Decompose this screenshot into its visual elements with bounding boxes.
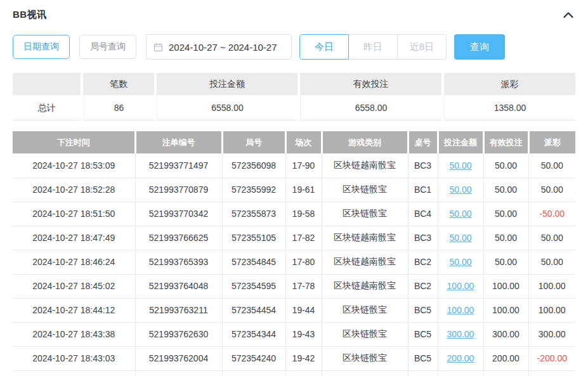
cell-bet-amount	[438, 370, 483, 376]
bet-amount-link[interactable]: 50.00	[449, 185, 471, 195]
cell-bet-amount: 100.00	[438, 274, 483, 298]
summary-table: 笔数 投注金额 有效投注 派彩 总计 86 6558.00 6558.00 13…	[13, 73, 575, 120]
cell-bet-amount: 50.00	[438, 250, 483, 274]
quick-range-last8days[interactable]: 近8日	[397, 34, 447, 60]
cell-payout: 50.00	[528, 153, 575, 178]
cell-bet-amount: 100.00	[438, 298, 483, 322]
table-row: 2024-10-27 18:52:28521993770879572355992…	[13, 178, 575, 202]
cell-bet-id: 521993762630	[135, 322, 222, 346]
filter-bar: 日期查询 局号查询 2024-10-27 ~ 2024-10-27 今日 昨日 …	[13, 34, 575, 60]
cell-round-id	[222, 370, 285, 376]
date-range-picker[interactable]: 2024-10-27 ~ 2024-10-27	[146, 34, 292, 60]
summary-total-row: 总计 86 6558.00 6558.00 1358.00	[13, 95, 575, 120]
cell-game-type: 区块链越南骰宝	[322, 250, 408, 274]
col-header-bet-time: 下注时间	[13, 131, 135, 153]
cell-bet-time: 2024-10-27 18:47:49	[13, 226, 135, 250]
cell-round-id: 572354845	[222, 250, 285, 274]
summary-total-valid-bet: 6558.00	[300, 95, 441, 120]
cell-table-no: BC3	[408, 226, 438, 250]
cell-bet-amount: 50.00	[438, 153, 483, 178]
search-button[interactable]: 查询	[454, 34, 505, 60]
cell-valid-bet: 50.00	[483, 178, 528, 202]
cell-valid-bet: 200.00	[483, 346, 528, 370]
table-row: 2024-10-27 18:43:38521993762630572354344…	[13, 322, 575, 346]
cell-game-type: 区块链骰宝	[322, 298, 408, 322]
cell-bet-time: 2024-10-27 18:43:38	[13, 322, 135, 346]
cell-bet-id: 521993763211	[135, 298, 222, 322]
cell-game-type: 区块链骰宝	[322, 202, 408, 226]
cell-payout: 50.00	[528, 250, 575, 274]
cell-payout: 50.00	[528, 226, 575, 250]
collapse-button[interactable]	[561, 9, 575, 20]
cell-round-id: 572354240	[222, 346, 285, 370]
bet-amount-link[interactable]: 50.00	[449, 160, 471, 171]
cell-round-id: 572354454	[222, 298, 285, 322]
bet-amount-link[interactable]: 100.00	[447, 281, 474, 291]
cell-payout: -200.00	[528, 346, 575, 370]
cell-table-no: BC3	[408, 153, 438, 178]
page-title: BB视讯	[13, 9, 47, 21]
col-header-payout: 派彩	[528, 131, 575, 153]
date-query-tab[interactable]: 日期查询	[13, 35, 70, 59]
cell-table-no: BC5	[408, 298, 438, 322]
cell-bet-id: 521993770342	[135, 202, 222, 226]
cell-valid-bet: 100.00	[483, 274, 528, 298]
table-row: 2024-10-27 18:51:50521993770342572355873…	[13, 202, 575, 226]
table-row-partial	[13, 370, 575, 376]
cell-bet-amount: 200.00	[438, 346, 483, 370]
cell-payout	[528, 370, 575, 376]
summary-total-count: 86	[83, 95, 154, 120]
cell-bet-id: 521993764048	[135, 274, 222, 298]
cell-game-type: 区块链骰宝	[322, 322, 408, 346]
cell-game-type: 区块链越南骰宝	[322, 226, 408, 250]
cell-bet-time: 2024-10-27 18:43:03	[13, 346, 135, 370]
cell-valid-bet: 50.00	[483, 153, 528, 178]
cell-bet-time: 2024-10-27 18:44:12	[13, 298, 135, 322]
cell-bet-amount: 50.00	[438, 178, 483, 202]
cell-bet-amount: 50.00	[438, 202, 483, 226]
cell-round-id: 572355992	[222, 178, 285, 202]
summary-total-label: 总计	[13, 95, 81, 120]
cell-table-no: BC2	[408, 250, 438, 274]
cell-valid-bet: 100.00	[483, 298, 528, 322]
cell-bet-id: 521993762004	[135, 346, 222, 370]
cell-session: 19-58	[285, 202, 322, 226]
cell-session: 19-43	[285, 322, 322, 346]
cell-game-type	[322, 370, 408, 376]
summary-header-bet-amount: 投注金额	[157, 73, 297, 95]
cell-round-id: 572354595	[222, 274, 285, 298]
summary-total-payout: 1358.00	[444, 95, 575, 120]
bet-records-table: 下注时间 注单编号 局号 场次 游戏类别 桌号 投注金额 有效投注 派彩 202…	[13, 131, 575, 376]
cell-session: 17-82	[285, 226, 322, 250]
table-row: 2024-10-27 18:45:02521993764048572354595…	[13, 274, 575, 298]
cell-game-type: 区块链骰宝	[322, 346, 408, 370]
cell-table-no: BC4	[408, 202, 438, 226]
bet-amount-link[interactable]: 50.00	[449, 233, 471, 243]
bet-amount-link[interactable]: 50.00	[449, 257, 471, 267]
cell-payout: 50.00	[528, 178, 575, 202]
bet-amount-link[interactable]: 50.00	[449, 209, 471, 219]
quick-range-yesterday[interactable]: 昨日	[348, 34, 398, 60]
col-header-bet-id: 注单编号	[135, 131, 222, 153]
bet-amount-link[interactable]: 300.00	[447, 329, 474, 339]
cell-game-type: 区块链越南骰宝	[322, 274, 408, 298]
cell-payout: -50.00	[528, 202, 575, 226]
cell-session: 19-44	[285, 298, 322, 322]
bb-video-panel: BB视讯 日期查询 局号查询 2024-10-27 ~ 2024-10-27	[0, 0, 588, 376]
cell-round-id: 572356098	[222, 153, 285, 178]
round-query-tab[interactable]: 局号查询	[79, 35, 136, 59]
cell-bet-time: 2024-10-27 18:52:28	[13, 178, 135, 202]
cell-session: 17-90	[285, 153, 322, 178]
cell-bet-amount: 50.00	[438, 226, 483, 250]
cell-game-type: 区块链越南骰宝	[322, 153, 408, 178]
summary-header-blank	[13, 73, 81, 95]
panel-header: BB视讯	[13, 8, 575, 22]
quick-range-group: 今日 昨日 近8日	[299, 34, 447, 60]
bet-amount-link[interactable]: 200.00	[447, 353, 474, 363]
chevron-up-icon	[563, 11, 574, 18]
cell-session: 17-78	[285, 274, 322, 298]
cell-valid-bet: 50.00	[483, 250, 528, 274]
cell-table-no: BC5	[408, 322, 438, 346]
quick-range-today[interactable]: 今日	[299, 34, 349, 60]
bet-amount-link[interactable]: 100.00	[447, 305, 474, 315]
